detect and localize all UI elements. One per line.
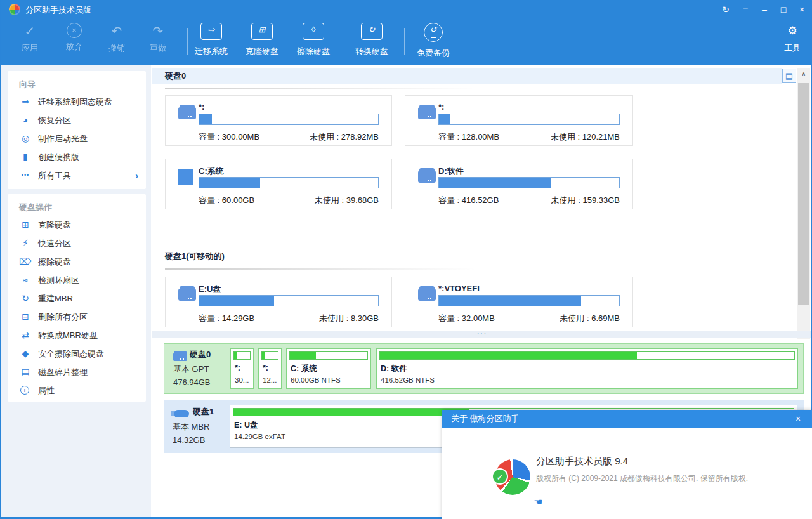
divider [165,88,476,89]
hdd-icon [173,353,187,361]
wipe-disk-button[interactable]: ◊ 擦除硬盘 [291,23,336,57]
clone-disk-icon: ⊞ [251,23,273,40]
dialog-close-icon[interactable]: × [790,410,806,428]
partition-card-d[interactable]: D:软件 容量 : 416.52GB未使用 : 159.33GB [405,159,633,209]
disk0-header: 硬盘0 [152,68,782,84]
usage-mini-bar [289,351,368,360]
sidebar: 向导 ⇒迁移系统到固态硬盘 ◕恢复分区 ◎制作启动光盘 ▮创建便携版 •••所有… [1,65,151,517]
migrate-system-button[interactable]: ⇨ 迁移系统 [188,23,234,57]
capacity-text: 容量 : 300.00MB [199,132,259,141]
free-text: 未使用 : 8.30GB [319,313,379,324]
partition-card-c[interactable]: C:系统 容量 : 60.00GB未使用 : 39.68GB [165,159,392,209]
divider [165,268,476,270]
windows-logo-icon [178,169,193,185]
sidebar-item-make-bootable-cd[interactable]: ◎制作启动光盘 [8,129,146,148]
capacity-text: 容量 : 14.29GB [199,313,254,323]
disk-operations-group: 硬盘操作 ⊞克隆硬盘 ⚡快速分区 ⌦擦除硬盘 ≈检测坏扇区 ↻重建MBR ⊟删除… [8,194,146,402]
about-dialog-titlebar: 关于 傲梅分区助手 [442,410,812,428]
chevron-right-icon: › [135,166,138,185]
scroll-up-icon[interactable]: ∧ [797,68,810,81]
title-bar: 分区助手技术员版 ↻ ≡ – □ × [0,0,812,19]
partition-disk-icon [178,289,196,301]
refresh-icon[interactable]: ↻ [717,3,734,16]
convert-swap-icon: ⇄ [19,326,32,345]
about-product-title: 分区助手技术员版 9.4 [536,456,628,468]
sidebar-item-recover-partition[interactable]: ◕恢复分区 [8,111,146,129]
eraser-diamond-icon: ◆ [19,345,32,363]
sidebar-item-create-portable[interactable]: ▮创建便携版 [8,148,146,166]
sidebar-item-quick-partition[interactable]: ⚡快速分区 [8,234,146,253]
usage-bar [199,295,379,306]
migrate-system-icon: ⇨ [200,23,222,40]
close-button[interactable]: × [794,3,810,16]
wave-scan-icon: ≈ [19,271,32,289]
partition-card-vtoyefi[interactable]: *:VTOYEFI 容量 : 32.00MB未使用 : 6.69MB [405,277,633,327]
sidebar-item-properties[interactable]: i属性 [8,381,146,400]
wipe-disk-icon: ◊ [303,23,324,40]
sidebar-item-check-bad-sectors[interactable]: ≈检测坏扇区 [8,271,146,289]
splitter-handle[interactable]: ··· [152,331,812,338]
lightning-icon: ⚡ [19,234,32,253]
toolbar-separator [404,28,405,55]
ellipsis-icon: ••• [19,166,32,185]
sidebar-item-disk-defrag[interactable]: ▤磁盘碎片整理 [8,363,146,381]
apply-button[interactable]: ✓ 应用 [7,23,53,54]
capacity-text: 容量 : 416.52GB [438,195,499,205]
disk0-row[interactable]: 硬盘0 基本 GPT 476.94GB *: 30... *: 12... C:… [164,343,804,394]
wizard-section-title: 向导 [8,71,146,93]
bootable-cd-icon: ◎ [19,129,32,148]
free-text: 未使用 : 39.68GB [315,195,379,206]
view-mode-icon[interactable]: ▤ [782,69,796,83]
hand-pointer-icon: ☚ [534,496,542,508]
partition-disk-icon [418,289,436,301]
sidebar-item-migrate-os-to-ssd[interactable]: ⇒迁移系统到固态硬盘 [8,93,146,111]
partition-card-e[interactable]: E:U盘 容量 : 14.29GB未使用 : 8.30GB [165,277,392,327]
scrollbar[interactable]: ∧ ∨ [797,68,810,339]
recover-partition-icon: ◕ [19,111,32,129]
convert-disk-button[interactable]: ↻ 转换硬盘 [349,23,395,57]
app-title: 分区助手技术员版 [25,4,91,16]
trash-icon: ⊟ [19,308,32,326]
app-logo-icon [9,4,20,15]
sidebar-item-all-tools[interactable]: •••所有工具 › [8,166,146,185]
sidebar-item-secure-erase-ssd[interactable]: ◆安全擦除固态硬盘 [8,345,146,363]
usage-mini-bar [379,351,795,360]
menu-icon[interactable]: ≡ [737,3,754,16]
aomei-pie-logo: ✓ [495,459,530,495]
tools-button[interactable]: ⚙ 工具 [769,23,812,54]
clone-disk-button[interactable]: ⊞ 克隆硬盘 [239,23,285,57]
rebuild-refresh-icon: ↻ [19,289,32,308]
undo-icon: ↶ [108,23,125,39]
migrate-os-icon: ⇒ [19,93,32,111]
free-text: 未使用 : 278.92MB [310,131,379,143]
partition-block-msr[interactable]: *: 12... [258,348,282,389]
app-header: 分区助手技术员版 ↻ ≡ – □ × ✓ 应用 × 放弃 ↶ 撤销 ↷ 重做 [0,0,812,65]
sidebar-item-clone-disk[interactable]: ⊞克隆硬盘 [8,216,146,234]
apply-check-icon: ✓ [22,23,38,39]
minimize-button[interactable]: – [756,3,773,16]
sidebar-item-convert-to-mbr[interactable]: ⇄转换成MBR硬盘 [8,326,146,345]
discard-button[interactable]: × 放弃 [51,23,97,53]
redo-icon: ↷ [150,23,166,39]
wipe-brush-icon: ⌦ [19,253,32,271]
sidebar-item-wipe-disk[interactable]: ⌦擦除硬盘 [8,253,146,271]
partition-card-msr[interactable]: *: 容量 : 128.00MB未使用 : 120.21MB [405,95,633,146]
clone-disk-icon: ⊞ [19,216,32,234]
partition-block-d[interactable]: D: 软件 416.52GB NTFS [376,348,798,389]
partition-card-efi[interactable]: *: 容量 : 300.00MB未使用 : 278.92MB [165,95,392,146]
usage-mini-bar [261,351,278,360]
partition-block-efi[interactable]: *: 30... [230,348,254,389]
free-backup-button[interactable]: ↺ 免费备份 [410,23,456,59]
app-window: 分区助手技术员版 ↻ ≡ – □ × ✓ 应用 × 放弃 ↶ 撤销 ↷ 重做 [0,0,812,519]
partition-disk-icon [418,171,436,183]
maximize-button[interactable]: □ [775,3,792,16]
partition-disk-icon [418,107,436,119]
free-backup-icon: ↺ [424,23,443,42]
sidebar-item-rebuild-mbr[interactable]: ↻重建MBR [8,289,146,308]
discard-circle-x-icon: × [67,23,82,38]
scrollbar-thumb[interactable] [798,83,809,305]
undo-button[interactable]: ↶ 撤销 [94,23,140,54]
partition-block-c[interactable]: C: 系统 60.00GB NTFS [286,348,371,389]
sidebar-item-delete-all-partitions[interactable]: ⊟删除所有分区 [8,308,146,326]
redo-button[interactable]: ↷ 重做 [135,23,181,54]
